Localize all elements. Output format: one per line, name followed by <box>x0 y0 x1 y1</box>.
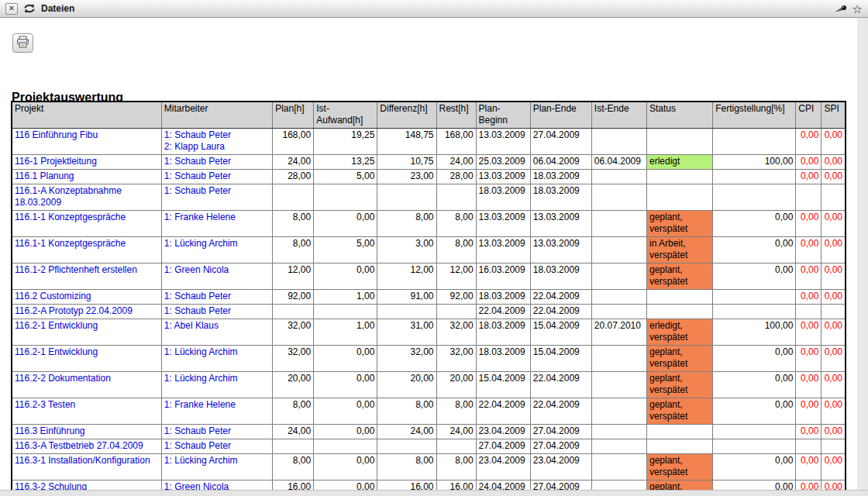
cell-plan: 168,00 <box>273 129 314 155</box>
print-button[interactable] <box>12 33 33 53</box>
cell-rest: 8,00 <box>436 237 476 264</box>
table-row: 116.1-2 Pflichtenheft erstellen1: Green … <box>12 264 846 290</box>
status-badge: erledigt, verspätet <box>646 319 712 346</box>
table-row: 116.2-A Prototyp 22.04.20091: Schaub Pet… <box>12 305 846 319</box>
cell-fertigstellung <box>713 184 796 211</box>
table-row: 116.3-1 Installation/Konfiguration1: Lüc… <box>12 454 846 480</box>
employee-link[interactable]: 1: Schaub Peter <box>164 129 231 140</box>
project-link[interactable]: 116.1-1 Konzeptgespräche <box>15 238 126 249</box>
cell-spi <box>822 184 846 211</box>
cell-fertigstellung: 0,00 <box>713 454 796 480</box>
cell-mitarbeiter: 1: Schaub Peter <box>161 439 272 454</box>
window-bottom-edge <box>0 490 868 496</box>
cell-plan-beginn: 18.03.2009 <box>476 184 530 211</box>
col-header-rest-h: Rest[h] <box>436 102 476 129</box>
cell-plan-ende: 18.03.2009 <box>530 184 591 211</box>
employee-link[interactable]: 1: Schaub Peter <box>164 291 231 301</box>
employee-link[interactable]: 1: Lücking Archim <box>164 238 238 249</box>
cell-plan-ende: 22.04.2009 <box>530 290 591 305</box>
col-header-plan-ende: Plan-Ende <box>530 102 591 129</box>
project-link[interactable]: 116.2 Customizing <box>15 291 91 301</box>
cell-plan-ende: 27.04.2009 <box>530 129 591 155</box>
table-row: 116-1 Projektleitung1: Schaub Peter24,00… <box>12 155 846 170</box>
project-link[interactable]: 116.2-3 Testen <box>15 399 75 410</box>
cell-plan <box>273 305 314 319</box>
project-link[interactable]: 116.1-1 Konzeptgespräche <box>15 212 126 222</box>
project-link[interactable]: 116 Einführung Fibu <box>15 129 98 140</box>
cell-projekt: 116-1 Projektleitung <box>12 155 161 170</box>
refresh-icon[interactable] <box>23 3 36 14</box>
cell-differenz: 3,00 <box>377 237 436 264</box>
table-row: 116.2-1 Entwicklung1: Lücking Archim32,0… <box>12 346 846 372</box>
employee-link[interactable]: 1: Schaub Peter <box>164 305 231 316</box>
cell-rest: 20,00 <box>436 372 476 398</box>
project-link[interactable]: 116.3-A Testbetrieb 27.04.2009 <box>15 440 143 451</box>
employee-link[interactable]: 2: Klapp Laura <box>164 141 225 152</box>
cell-ist-aufwand: 0,00 <box>314 398 377 425</box>
cell-spi <box>822 305 846 319</box>
cell-cpi: 0,00 <box>796 425 822 439</box>
close-icon[interactable]: ✕ <box>5 3 18 15</box>
cell-fertigstellung: 100,00 <box>713 319 796 346</box>
cell-plan-ende: 22.04.2009 <box>530 305 591 319</box>
cell-plan-beginn: 13.03.2009 <box>476 129 530 155</box>
cell-rest: 8,00 <box>436 211 476 237</box>
star-icon[interactable]: ☆ <box>852 3 863 15</box>
cell-plan: 32,00 <box>273 319 314 346</box>
table-row: 116.1-1 Konzeptgespräche1: Lücking Archi… <box>12 237 846 264</box>
col-header-ist-ende: Ist-Ende <box>591 102 646 129</box>
employee-link[interactable]: 1: Schaub Peter <box>164 425 231 436</box>
cell-fertigstellung: 0,00 <box>713 211 796 237</box>
cell-projekt: 116.1 Planung <box>12 170 161 184</box>
cell-spi <box>822 439 846 454</box>
employee-link[interactable]: 1: Franke Helene <box>164 212 236 222</box>
table-header-row: ProjektMitarbeiterPlan[h]Ist-Aufwand[h]D… <box>12 102 846 129</box>
col-header-ist-aufwand-h: Ist-Aufwand[h] <box>314 102 377 129</box>
printer-icon <box>16 36 29 50</box>
cell-ist-aufwand: 0,00 <box>314 372 377 398</box>
col-header-differenz-h: Differenz[h] <box>377 102 436 129</box>
project-link[interactable]: 116.3 Einführung <box>15 425 85 436</box>
cell-ist-aufwand: 0,00 <box>314 346 377 372</box>
table-row: 116.1-A Konzeptabnahme 18.03.20091: Scha… <box>12 184 846 211</box>
employee-link[interactable]: 1: Green Nicola <box>164 264 229 275</box>
cell-plan-ende: 18.03.2009 <box>530 264 591 290</box>
project-link[interactable]: 116.1-2 Pflichtenheft erstellen <box>15 264 137 275</box>
employee-link[interactable]: 1: Franke Helene <box>164 399 236 410</box>
project-link[interactable]: 116.1-A Konzeptabnahme 18.03.2009 <box>15 185 122 208</box>
cell-ist-aufwand: 5,00 <box>314 170 377 184</box>
project-link[interactable]: 116.2-A Prototyp 22.04.2009 <box>15 305 133 316</box>
cell-ist-ende <box>591 398 646 425</box>
cell-projekt: 116.2-3 Testen <box>12 398 161 425</box>
cell-cpi: 0,00 <box>796 398 822 425</box>
cell-spi: 0,00 <box>822 170 846 184</box>
employee-link[interactable]: 1: Schaub Peter <box>164 156 231 167</box>
cell-cpi: 0,00 <box>796 290 822 305</box>
cell-ist-aufwand: 0,00 <box>314 211 377 237</box>
project-link[interactable]: 116-1 Projektleitung <box>15 156 97 167</box>
cell-mitarbeiter: 1: Lücking Archim <box>161 372 272 398</box>
cell-mitarbeiter: 1: Schaub Peter2: Klapp Laura <box>161 129 272 155</box>
col-header-cpi: CPI <box>796 102 822 129</box>
project-link[interactable]: 116.2-1 Entwicklung <box>15 346 98 357</box>
cell-plan-beginn: 18.03.2009 <box>476 346 530 372</box>
employee-link[interactable]: 1: Lücking Archim <box>164 346 238 357</box>
cell-spi: 0,00 <box>822 211 846 237</box>
employee-link[interactable]: 1: Lücking Archim <box>164 455 238 466</box>
cell-spi: 0,00 <box>822 264 846 290</box>
pin-icon[interactable] <box>834 4 847 14</box>
employee-link[interactable]: 1: Schaub Peter <box>164 440 231 451</box>
cell-plan-beginn: 15.04.2009 <box>476 372 530 398</box>
employee-link[interactable]: 1: Schaub Peter <box>164 170 231 181</box>
cell-cpi: 0,00 <box>796 454 822 480</box>
cell-plan-beginn: 16.03.2009 <box>476 264 530 290</box>
project-link[interactable]: 116.3-1 Installation/Konfiguration <box>15 455 150 466</box>
cell-projekt: 116.1-1 Konzeptgespräche <box>12 211 161 237</box>
employee-link[interactable]: 1: Schaub Peter <box>164 185 231 196</box>
project-link[interactable]: 116.2-2 Dokumentation <box>15 373 111 384</box>
employee-link[interactable]: 1: Lücking Archim <box>164 373 238 384</box>
table-row: 116.2-1 Entwicklung1: Abel Klaus32,001,0… <box>12 319 846 346</box>
employee-link[interactable]: 1: Abel Klaus <box>164 320 219 331</box>
project-link[interactable]: 116.2-1 Entwicklung <box>15 320 98 331</box>
project-link[interactable]: 116.1 Planung <box>15 170 74 181</box>
